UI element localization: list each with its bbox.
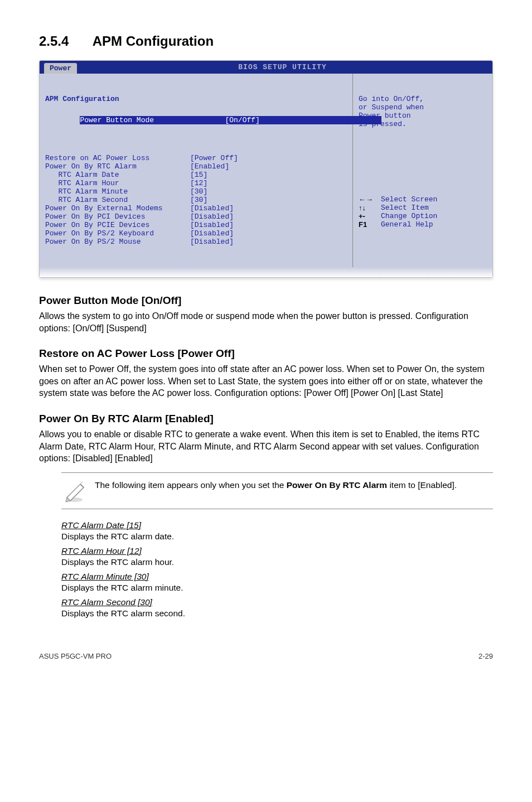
option-desc: Displays the RTC alarm hour. [61, 557, 493, 567]
bios-row: RTC Alarm Date[15] [45, 171, 347, 179]
section-heading: 2.5.4 APM Configuration [39, 33, 493, 49]
bios-row-value: [Disabled] [190, 238, 234, 246]
bios-row-label: RTC Alarm Date [45, 171, 190, 179]
bios-nav-row: +-Change Option [359, 212, 487, 220]
bios-selected-label: Power Button Mode [80, 116, 225, 124]
bios-nav-desc: Change Option [381, 212, 437, 220]
bios-row-value: [Disabled] [190, 204, 234, 212]
bios-row: Restore on AC Power Loss[Power Off] [45, 154, 347, 162]
note-suffix: item to [Enabled]. [387, 480, 457, 490]
subtext-3: Allows you to enable or disable RTC to g… [39, 428, 493, 465]
bios-nav-row: F1General Help [359, 220, 487, 229]
note-text: The following item appears only when you… [88, 476, 457, 495]
bios-left-panel: APM Configuration Power Button Mode[On/O… [40, 74, 353, 267]
bios-row: Power On By PCI Devices[Disabled] [45, 212, 347, 221]
option-name: RTC Alarm Minute [30] [61, 572, 493, 582]
option-desc: Displays the RTC alarm minute. [61, 583, 493, 593]
bios-row-label: Power On By PS/2 Mouse [45, 238, 190, 246]
bios-row-value: [12] [190, 179, 207, 187]
bios-row: Power On By PCIE Devices[Disabled] [45, 221, 347, 229]
bios-row-value: [Power Off] [190, 154, 238, 162]
bios-right-panel: Go into On/Off, or Suspend when Power bu… [353, 74, 492, 267]
bios-header-title: BIOS SETUP UTILITY [77, 63, 488, 74]
note-block: The following item appears only when you… [61, 472, 493, 509]
bios-row-value: [30] [190, 196, 207, 204]
bios-row-label: RTC Alarm Hour [45, 179, 190, 187]
bios-row: Power On By PS/2 Keyboard[Disabled] [45, 229, 347, 238]
option-name: RTC Alarm Hour [12] [61, 546, 493, 556]
bios-row: Power On By PS/2 Mouse[Disabled] [45, 238, 347, 246]
bios-row: Power On By External Modems[Disabled] [45, 204, 347, 212]
bios-row: RTC Alarm Hour[12] [45, 179, 347, 187]
bios-row-value: [Enabled] [190, 162, 229, 171]
footer-left: ASUS P5GC-VM PRO [39, 652, 112, 660]
section-number: 2.5.4 [39, 33, 89, 49]
bios-panel-title: APM Configuration [45, 95, 347, 103]
note-bold: Power On By RTC Alarm [287, 480, 387, 490]
bios-header: Power BIOS SETUP UTILITY [40, 61, 492, 74]
option-desc: Displays the RTC alarm second. [61, 608, 493, 619]
bios-row-value: [Disabled] [190, 221, 234, 229]
bios-row: RTC Alarm Minute[30] [45, 187, 347, 196]
bios-help-text: Go into On/Off, or Suspend when Power bu… [359, 95, 487, 178]
bios-row-value: [15] [190, 171, 207, 179]
bios-nav-row: ←→Select Screen [359, 195, 487, 204]
bios-nav-desc: General Help [381, 220, 433, 229]
bios-selected-value: [On/Off] [225, 116, 259, 124]
bios-row-value: [Disabled] [190, 212, 234, 221]
bios-screenshot: Power BIOS SETUP UTILITY APM Configurati… [39, 60, 493, 278]
page-footer: ASUS P5GC-VM PRO 2-29 [39, 652, 493, 660]
footer-right: 2-29 [478, 652, 493, 660]
bios-nav-key: +- [359, 212, 381, 220]
bios-nav-key: ↑↓ [359, 204, 381, 212]
subheading-1: Power Button Mode [On/Off] [39, 294, 493, 307]
bios-row-value: [Disabled] [190, 229, 234, 238]
bios-nav-key: F1 [359, 220, 381, 229]
section-title-text: APM Configuration [93, 33, 214, 49]
bios-row-label: Power On By PCI Devices [45, 212, 190, 221]
option-desc: Displays the RTC alarm date. [61, 532, 493, 542]
note-pencil-icon [61, 476, 88, 505]
bios-row-label: Restore on AC Power Loss [45, 154, 190, 162]
bios-row-label: Power On By External Modems [45, 204, 190, 212]
bios-nav-desc: Select Item [381, 204, 429, 212]
bios-row: RTC Alarm Second[30] [45, 196, 347, 204]
subtext-2: When set to Power Off, the system goes i… [39, 363, 493, 399]
bios-nav-desc: Select Screen [381, 195, 437, 204]
option-name: RTC Alarm Second [30] [61, 597, 493, 607]
bios-nav-row: ↑↓Select Item [359, 204, 487, 212]
bios-row-label: Power On By RTC Alarm [45, 162, 190, 171]
bios-row-label: Power On By PCIE Devices [45, 221, 190, 229]
note-prefix: The following item appears only when you… [95, 480, 287, 490]
subtext-1: Allows the system to go into On/Off mode… [39, 310, 493, 334]
bios-row-label: RTC Alarm Minute [45, 187, 190, 196]
bios-row-label: RTC Alarm Second [45, 196, 190, 204]
bios-row-label: Power On By PS/2 Keyboard [45, 229, 190, 238]
bios-nav-key: ←→ [359, 195, 381, 204]
subheading-3: Power On By RTC Alarm [Enabled] [39, 413, 493, 425]
bios-row-value: [30] [190, 187, 207, 196]
bios-row: Power On By RTC Alarm[Enabled] [45, 162, 347, 171]
subheading-2: Restore on AC Power Loss [Power Off] [39, 347, 493, 360]
bios-tab: Power [44, 63, 77, 74]
option-name: RTC Alarm Date [15] [61, 520, 493, 530]
bios-selected-row: Power Button Mode[On/Off] [80, 116, 381, 124]
